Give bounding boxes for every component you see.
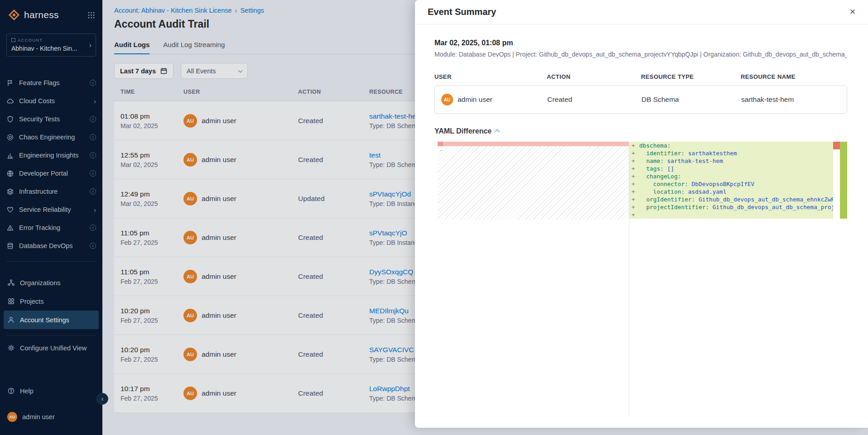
diff-empty-hatch	[438, 146, 629, 220]
yaml-value: sarthak-test-hem	[667, 158, 723, 164]
diff-modified-pane: dbschema identifiersarthaktesthem namesa…	[629, 142, 833, 219]
drawer-header: Event Summary	[415, 0, 868, 24]
column-header-action: ACTION	[547, 73, 641, 80]
diff-minimap-addition[interactable]	[840, 142, 847, 219]
yaml-key: location	[639, 188, 688, 195]
column-header-user: USER	[434, 73, 547, 80]
yaml-key: orgIdentifier	[639, 196, 699, 203]
yaml-value: DbDevopsoBKpcpIfEV	[692, 181, 755, 187]
event-meta: Module: Database DevOps | Project: Githu…	[434, 51, 847, 58]
yaml-added-line: projectIdentifierGithub_db_devops_aut_db…	[629, 203, 833, 211]
yaml-added-line: connectorDbDevopsoBKpcpIfEV	[629, 180, 833, 188]
yaml-added-line: orgIdentifierGithub_db_devops_aut_db_sch…	[629, 196, 833, 203]
yaml-key: identifier	[639, 150, 688, 157]
drawer-title: Event Summary	[428, 7, 496, 17]
yaml-added-line: changeLog	[629, 172, 833, 180]
event-timestamp: Mar 02, 2025, 01:08 pm	[434, 39, 847, 47]
user-cell: AU admin user	[441, 94, 547, 105]
column-header-resource-name: RESOURCE NAME	[741, 73, 847, 80]
drawer-body: Mar 02, 2025, 01:08 pm Module: Database …	[415, 24, 868, 417]
yaml-value: Github_db_devops_aut_db_schema_projectvY…	[713, 204, 833, 210]
yaml-added-line: dbschema	[629, 142, 833, 149]
yaml-value: asdsad.yaml	[688, 188, 727, 195]
diff-deleted-bar	[438, 142, 629, 146]
user-name: admin user	[458, 96, 492, 104]
yaml-value: sarthaktesthem	[688, 150, 737, 157]
yaml-difference-label: YAML Difference	[434, 127, 492, 135]
user-avatar: AU	[441, 94, 453, 105]
action-label: Created	[547, 96, 641, 104]
column-header-resource-type: RESOURCE TYPE	[641, 73, 741, 80]
event-summary-drawer: Event Summary Mar 02, 2025, 01:08 pm Mod…	[415, 0, 868, 428]
summary-row: AU admin user Created DB Schema sarthak-…	[434, 86, 847, 114]
yaml-key: tags	[639, 165, 667, 172]
chevron-up-icon	[495, 129, 500, 134]
yaml-key: projectIdentifier	[639, 204, 713, 210]
summary-header: USER ACTION RESOURCE TYPE RESOURCE NAME	[434, 73, 847, 80]
yaml-added-line: tags[]	[629, 165, 833, 172]
yaml-key: changeLog	[639, 173, 685, 180]
minus-gutter-icon	[439, 147, 443, 153]
resource-name: sarthak-test-hem	[741, 96, 847, 104]
diff-minimap-deletion	[833, 142, 840, 149]
yaml-added-line: identifiersarthaktesthem	[629, 149, 833, 157]
yaml-added-line: namesarthak-test-hem	[629, 157, 833, 165]
yaml-added-line	[629, 211, 833, 219]
yaml-added-line: locationasdsad.yaml	[629, 188, 833, 196]
yaml-value: Github_db_devops_aut_db_schema_ehnkcZwRb…	[699, 196, 833, 203]
diff-original-pane	[438, 142, 629, 220]
close-icon[interactable]	[846, 5, 859, 18]
resource-type: DB Schema	[641, 96, 741, 104]
yaml-key: connector	[639, 181, 692, 187]
yaml-key: dbschema	[639, 142, 674, 149]
yaml-difference-toggle[interactable]: YAML Difference	[434, 127, 847, 135]
yaml-value: []	[667, 165, 674, 172]
yaml-diff-viewer[interactable]: dbschema identifiersarthaktesthem namesa…	[438, 142, 847, 417]
yaml-key: name	[639, 158, 667, 164]
